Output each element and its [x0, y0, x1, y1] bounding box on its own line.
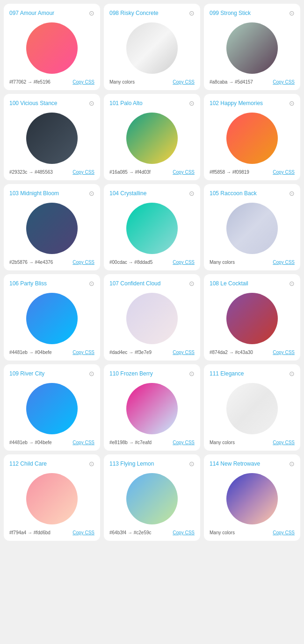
- color-info: #ff5858 → #f09819: [210, 170, 249, 175]
- color-info: Many colors: [109, 79, 135, 85]
- card-header: 110 Frozen Berry ⊙: [109, 370, 195, 377]
- card-footer: #874da2 → #c43a30 Copy CSS: [210, 350, 295, 355]
- card-title: 104 Crystalline: [109, 190, 146, 197]
- card-footer: #00cdac → #8ddad5 Copy CSS: [109, 260, 195, 265]
- clock-icon[interactable]: ⊙: [289, 370, 295, 377]
- copy-css-button[interactable]: Copy CSS: [273, 170, 295, 175]
- card-header: 098 Risky Concrete ⊙: [109, 9, 195, 17]
- card-footer: Many colors Copy CSS: [210, 530, 295, 535]
- clock-icon[interactable]: ⊙: [89, 99, 94, 107]
- color-circle: [226, 293, 278, 344]
- copy-css-button[interactable]: Copy CSS: [173, 350, 195, 355]
- gradient-card-105: 105 Raccoon Back ⊙ Many colors Copy CSS: [204, 184, 300, 270]
- clock-icon[interactable]: ⊙: [189, 99, 195, 107]
- copy-css-button[interactable]: Copy CSS: [173, 79, 195, 85]
- card-footer: #16a085 → #f4d03f Copy CSS: [109, 170, 195, 175]
- color-info: #874da2 → #c43a30: [210, 350, 253, 355]
- card-footer: #f77062 → #fe5196 Copy CSS: [9, 79, 94, 85]
- copy-css-button[interactable]: Copy CSS: [72, 79, 94, 85]
- color-circle: [126, 293, 178, 344]
- clock-icon[interactable]: ⊙: [89, 9, 94, 17]
- gradient-card-111: 111 Elegance ⊙ Many colors Copy CSS: [204, 364, 300, 451]
- clock-icon[interactable]: ⊙: [189, 280, 195, 287]
- card-header: 099 Strong Stick ⊙: [210, 9, 295, 17]
- color-circle: [226, 383, 278, 434]
- color-info: #f77062 → #fe5196: [9, 79, 51, 85]
- color-info: #f794a4 → #fdd6bd: [9, 530, 51, 535]
- gradient-card-112: 112 Child Care ⊙ #f794a4 → #fdd6bd Copy …: [4, 454, 100, 541]
- color-circle: [126, 383, 178, 434]
- clock-icon[interactable]: ⊙: [189, 370, 195, 377]
- color-circle: [126, 203, 178, 254]
- card-footer: #e8198b → #c7eafd Copy CSS: [109, 440, 195, 445]
- card-footer: #4481eb → #04befe Copy CSS: [9, 440, 94, 445]
- clock-icon[interactable]: ⊙: [89, 190, 94, 197]
- color-circle: [226, 113, 278, 164]
- clock-icon[interactable]: ⊙: [189, 190, 195, 197]
- copy-css-button[interactable]: Copy CSS: [72, 170, 94, 175]
- copy-css-button[interactable]: Copy CSS: [72, 440, 94, 445]
- card-title: 114 New Retrowave: [210, 460, 260, 467]
- color-info: #2b5876 → #4e4376: [9, 260, 53, 265]
- copy-css-button[interactable]: Copy CSS: [173, 170, 195, 175]
- clock-icon[interactable]: ⊙: [289, 9, 295, 17]
- card-title: 105 Raccoon Back: [210, 190, 257, 197]
- color-circle: [226, 203, 278, 254]
- color-circle: [226, 473, 278, 524]
- copy-css-button[interactable]: Copy CSS: [273, 440, 295, 445]
- card-title: 101 Palo Alto: [109, 100, 143, 106]
- color-info: #4481eb → #04befe: [9, 440, 52, 445]
- card-title: 110 Frozen Berry: [109, 370, 153, 377]
- copy-css-button[interactable]: Copy CSS: [173, 440, 195, 445]
- card-header: 097 Amour Amour ⊙: [9, 9, 94, 17]
- copy-css-button[interactable]: Copy CSS: [72, 350, 94, 355]
- clock-icon[interactable]: ⊙: [189, 9, 195, 17]
- gradient-card-114: 114 New Retrowave ⊙ Many colors Copy CSS: [204, 454, 300, 541]
- color-info: #00cdac → #8ddad5: [109, 260, 152, 265]
- clock-icon[interactable]: ⊙: [289, 99, 295, 107]
- gradient-card-097: 097 Amour Amour ⊙ #f77062 → #fe5196 Copy…: [4, 4, 100, 90]
- gradient-card-113: 113 Flying Lemon ⊙ #64b3f4 → #c2e59c Cop…: [104, 454, 200, 541]
- copy-css-button[interactable]: Copy CSS: [273, 260, 295, 265]
- card-title: 097 Amour Amour: [9, 10, 54, 16]
- card-footer: #4481eb → #04befe Copy CSS: [9, 350, 94, 355]
- card-header: 103 Midnight Bloom ⊙: [9, 190, 94, 197]
- gradient-card-099: 099 Strong Stick ⊙ #a8caba → #5d4157 Cop…: [204, 4, 300, 90]
- card-title: 112 Child Care: [9, 460, 47, 467]
- color-info: Many colors: [210, 260, 235, 265]
- copy-css-button[interactable]: Copy CSS: [173, 260, 195, 265]
- clock-icon[interactable]: ⊙: [289, 190, 295, 197]
- clock-icon[interactable]: ⊙: [289, 460, 295, 467]
- clock-icon[interactable]: ⊙: [89, 280, 94, 287]
- gradient-card-107: 107 Confident Cloud ⊙ #dad4ec → #f3e7e9 …: [104, 274, 200, 361]
- card-header: 114 New Retrowave ⊙: [210, 460, 295, 467]
- card-title: 100 Vicious Stance: [9, 100, 58, 106]
- color-info: #a8caba → #5d4157: [210, 79, 253, 85]
- color-circle: [26, 473, 78, 524]
- clock-icon[interactable]: ⊙: [289, 280, 295, 287]
- card-footer: #dad4ec → #f3e7e9 Copy CSS: [109, 350, 195, 355]
- color-circle: [26, 293, 78, 344]
- color-info: #64b3f4 → #c2e59c: [109, 530, 152, 535]
- color-info: Many colors: [210, 440, 235, 445]
- copy-css-button[interactable]: Copy CSS: [273, 530, 295, 535]
- card-header: 113 Flying Lemon ⊙: [109, 460, 195, 467]
- card-title: 098 Risky Concrete: [109, 10, 159, 16]
- card-header: 111 Elegance ⊙: [210, 370, 295, 377]
- copy-css-button[interactable]: Copy CSS: [273, 79, 295, 85]
- copy-css-button[interactable]: Copy CSS: [72, 260, 94, 265]
- card-title: 103 Midnight Bloom: [9, 190, 59, 197]
- clock-icon[interactable]: ⊙: [89, 370, 94, 377]
- card-footer: #ff5858 → #f09819 Copy CSS: [210, 170, 295, 175]
- gradient-card-102: 102 Happy Memories ⊙ #ff5858 → #f09819 C…: [204, 94, 300, 180]
- copy-css-button[interactable]: Copy CSS: [72, 530, 94, 535]
- card-header: 109 River City ⊙: [9, 370, 94, 377]
- gradient-card-109: 109 River City ⊙ #4481eb → #04befe Copy …: [4, 364, 100, 451]
- clock-icon[interactable]: ⊙: [89, 460, 94, 467]
- card-header: 101 Palo Alto ⊙: [109, 99, 195, 107]
- gradient-card-104: 104 Crystalline ⊙ #00cdac → #8ddad5 Copy…: [104, 184, 200, 270]
- copy-css-button[interactable]: Copy CSS: [273, 350, 295, 355]
- copy-css-button[interactable]: Copy CSS: [173, 530, 195, 535]
- color-circle: [26, 113, 78, 164]
- clock-icon[interactable]: ⊙: [189, 460, 195, 467]
